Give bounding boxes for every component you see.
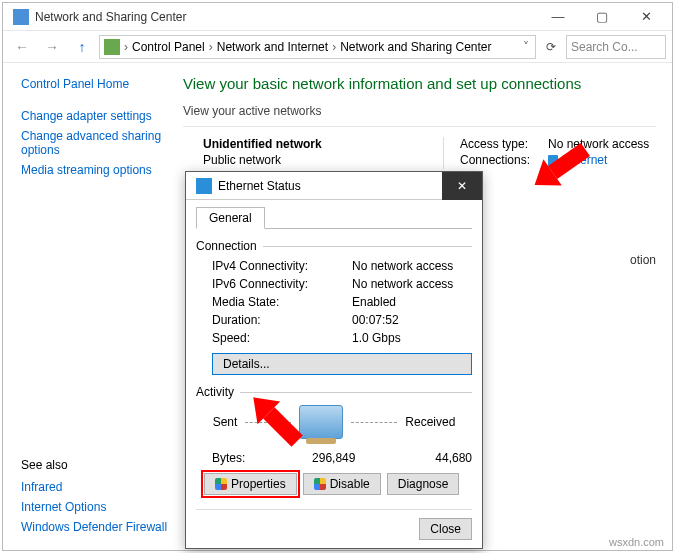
- duration-label: Duration:: [212, 313, 352, 327]
- shield-icon: [314, 478, 326, 490]
- bytes-sent-value: 296,849: [275, 451, 356, 465]
- ipv6-label: IPv6 Connectivity:: [212, 277, 352, 291]
- nav-up-button[interactable]: ↑: [69, 34, 95, 60]
- ipv4-value: No network access: [352, 259, 472, 273]
- minimize-button[interactable]: —: [536, 3, 580, 31]
- control-panel-home-link[interactable]: Control Panel Home: [21, 77, 163, 91]
- address-bar: ← → ↑ › Control Panel › Network and Inte…: [3, 31, 672, 63]
- media-state-label: Media State:: [212, 295, 352, 309]
- connections-label: Connections:: [460, 153, 542, 167]
- seealso-internet-options[interactable]: Internet Options: [21, 500, 181, 514]
- speed-value: 1.0 Gbps: [352, 331, 472, 345]
- sidebar-change-adapter[interactable]: Change adapter settings: [21, 109, 163, 123]
- page-headline: View your basic network information and …: [183, 75, 656, 92]
- control-panel-icon: [104, 39, 120, 55]
- ipv4-label: IPv4 Connectivity:: [212, 259, 352, 273]
- breadcrumb[interactable]: › Control Panel › Network and Internet ›…: [99, 35, 536, 59]
- disable-button[interactable]: Disable: [303, 473, 381, 495]
- properties-button[interactable]: Properties: [204, 473, 297, 495]
- speed-label: Speed:: [212, 331, 352, 345]
- ethernet-dialog-icon: [196, 178, 212, 194]
- see-also-block: See also Infrared Internet Options Windo…: [21, 450, 181, 540]
- activity-icon: [299, 405, 343, 439]
- nav-forward-button[interactable]: →: [39, 34, 65, 60]
- active-networks-label: View your active networks: [183, 104, 656, 118]
- maximize-button[interactable]: ▢: [580, 3, 624, 31]
- duration-value: 00:07:52: [352, 313, 472, 327]
- dialog-title: Ethernet Status: [218, 179, 442, 193]
- breadcrumb-dropdown[interactable]: ˅: [521, 40, 531, 54]
- crumb-control-panel[interactable]: Control Panel: [132, 40, 205, 54]
- network-row: Unidentified network Public network Acce…: [183, 126, 656, 169]
- seealso-firewall[interactable]: Windows Defender Firewall: [21, 520, 181, 534]
- sidebar-change-sharing[interactable]: Change advanced sharing options: [21, 129, 163, 157]
- network-type: Public network: [203, 153, 443, 167]
- bytes-label: Bytes:: [212, 451, 275, 465]
- group-activity: Activity: [196, 385, 472, 399]
- sidebar-media-streaming[interactable]: Media streaming options: [21, 163, 163, 177]
- media-state-value: Enabled: [352, 295, 472, 309]
- shield-icon: [215, 478, 227, 490]
- network-name: Unidentified network: [203, 137, 443, 151]
- bytes-received-value: 44,680: [391, 451, 472, 465]
- dialog-close-button[interactable]: ✕: [442, 172, 482, 200]
- ethernet-status-dialog: Ethernet Status ✕ General Connection IPv…: [185, 171, 483, 549]
- access-type-label: Access type:: [460, 137, 542, 151]
- tab-general[interactable]: General: [196, 207, 265, 229]
- app-icon: [13, 9, 29, 25]
- crumb-network-internet[interactable]: Network and Internet: [217, 40, 328, 54]
- main-window: Network and Sharing Center — ▢ ✕ ← → ↑ ›…: [2, 2, 673, 551]
- details-button[interactable]: Details...: [212, 353, 472, 375]
- search-input[interactable]: Search Co...: [566, 35, 666, 59]
- refresh-button[interactable]: ⟳: [540, 40, 562, 54]
- crumb-network-sharing[interactable]: Network and Sharing Center: [340, 40, 491, 54]
- dialog-tabs: General: [196, 206, 472, 229]
- received-label: Received: [405, 415, 455, 429]
- watermark: wsxdn.com: [609, 536, 664, 548]
- group-connection: Connection: [196, 239, 472, 253]
- see-also-title: See also: [21, 458, 181, 472]
- window-title: Network and Sharing Center: [35, 10, 536, 24]
- seealso-infrared[interactable]: Infrared: [21, 480, 181, 494]
- titlebar: Network and Sharing Center — ▢ ✕: [3, 3, 672, 31]
- diagnose-button[interactable]: Diagnose: [387, 473, 460, 495]
- access-type-value: No network access: [548, 137, 649, 151]
- sent-label: Sent: [213, 415, 238, 429]
- truncated-text: otion: [630, 253, 656, 267]
- ipv6-value: No network access: [352, 277, 472, 291]
- dialog-titlebar: Ethernet Status ✕: [186, 172, 482, 200]
- nav-back-button[interactable]: ←: [9, 34, 35, 60]
- close-button[interactable]: ✕: [624, 3, 668, 31]
- dialog-close-bottom-button[interactable]: Close: [419, 518, 472, 540]
